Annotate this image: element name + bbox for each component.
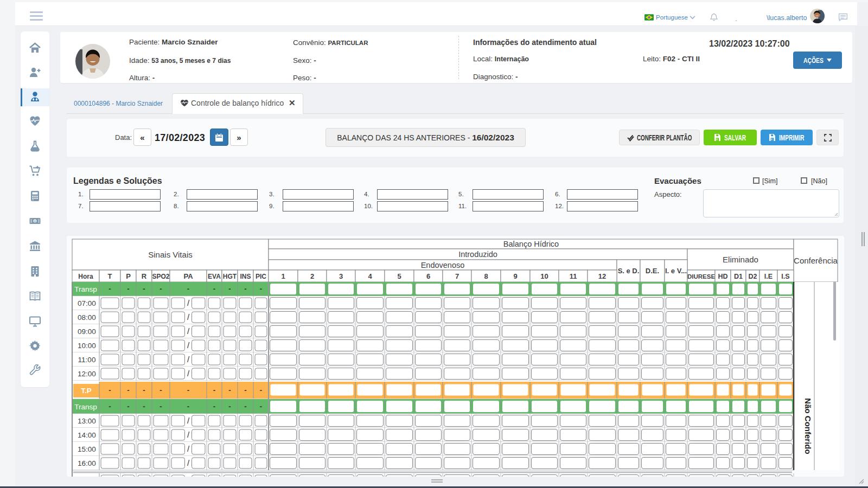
svg-text:I.S: I.S <box>781 273 789 280</box>
svg-text:Hora: Hora <box>78 273 93 280</box>
svg-text:7: 7 <box>455 272 459 280</box>
svg-text:R: R <box>142 272 147 280</box>
svg-text:11:00: 11:00 <box>78 356 96 364</box>
svg-text:T: T <box>108 272 112 280</box>
svg-text:Não Conferido: Não Conferido <box>803 398 813 454</box>
svg-text:S. e D.: S. e D. <box>618 267 640 275</box>
svg-text:-: - <box>260 285 262 293</box>
svg-text:-: - <box>127 402 129 410</box>
svg-text:07:00: 07:00 <box>78 299 96 307</box>
svg-text:Endovenoso: Endovenoso <box>421 261 465 269</box>
svg-text:D2: D2 <box>749 273 757 280</box>
svg-text:9: 9 <box>513 272 517 280</box>
svg-text:11: 11 <box>570 272 577 280</box>
svg-text:-: - <box>143 386 145 394</box>
svg-text:-: - <box>213 402 215 410</box>
svg-text:Conferência: Conferência <box>794 256 838 265</box>
svg-text:Eliminado: Eliminado <box>723 255 758 264</box>
svg-text:T.P: T.P <box>81 387 92 395</box>
svg-text:-: - <box>187 402 189 410</box>
svg-text:13:00: 13:00 <box>78 417 96 425</box>
svg-text:DIURESE: DIURESE <box>687 273 715 280</box>
svg-text:16:00: 16:00 <box>78 459 96 467</box>
svg-text:D.E.: D.E. <box>646 267 659 275</box>
svg-text:HD: HD <box>718 273 727 280</box>
svg-text:3: 3 <box>339 272 343 280</box>
svg-text:-: - <box>213 285 215 293</box>
svg-text:14:00: 14:00 <box>78 431 96 439</box>
svg-text:PIC: PIC <box>256 273 266 280</box>
svg-text:-: - <box>187 285 189 293</box>
svg-text:-: - <box>143 285 145 293</box>
svg-text:09:00: 09:00 <box>78 328 96 336</box>
svg-text:08:00: 08:00 <box>78 313 96 322</box>
svg-text:-: - <box>159 402 162 410</box>
svg-text:Introduzido: Introduzido <box>458 250 497 259</box>
svg-text:12:00: 12:00 <box>78 370 96 378</box>
svg-text:EVA: EVA <box>208 273 221 280</box>
svg-text:-: - <box>213 386 215 394</box>
svg-text:8: 8 <box>484 272 488 280</box>
svg-text:I.E: I.E <box>764 273 773 280</box>
svg-text:-: - <box>260 386 262 394</box>
svg-text:-: - <box>260 402 262 410</box>
svg-text:-: - <box>244 402 246 410</box>
svg-text:4: 4 <box>368 272 372 280</box>
svg-text:-: - <box>228 386 231 394</box>
svg-text:Transp: Transp <box>74 285 97 293</box>
svg-text:-: - <box>108 285 111 293</box>
svg-text:INS: INS <box>240 273 251 280</box>
svg-text:SPO2: SPO2 <box>152 273 169 280</box>
svg-text:2: 2 <box>310 272 314 280</box>
svg-text:D1: D1 <box>734 273 743 280</box>
svg-text:17:00: 17:00 <box>78 477 96 477</box>
svg-text:-: - <box>108 402 111 410</box>
svg-text:1: 1 <box>281 272 285 280</box>
svg-text:-: - <box>187 386 189 394</box>
svg-text:12: 12 <box>598 272 606 280</box>
svg-text:10: 10 <box>540 272 548 280</box>
svg-text:HGT: HGT <box>223 273 237 280</box>
svg-text:-: - <box>159 386 162 394</box>
svg-text:PA: PA <box>183 272 193 280</box>
svg-text:-: - <box>159 285 162 293</box>
svg-text:-: - <box>127 386 129 394</box>
svg-text:15:00: 15:00 <box>78 445 96 453</box>
svg-text:5: 5 <box>397 272 401 280</box>
svg-text:6: 6 <box>426 272 430 280</box>
svg-text:10:00: 10:00 <box>78 342 96 350</box>
svg-text:-: - <box>244 386 246 394</box>
svg-text:P: P <box>126 272 131 280</box>
svg-text:-: - <box>108 386 111 394</box>
svg-text:I. e V...: I. e V... <box>665 267 687 275</box>
svg-text:Balanço Hídrico: Balanço Hídrico <box>503 240 559 248</box>
svg-text:-: - <box>228 285 231 293</box>
svg-text:-: - <box>127 285 129 293</box>
svg-text:-: - <box>143 402 145 410</box>
svg-text:-: - <box>228 402 231 410</box>
svg-text:Transp: Transp <box>74 403 97 411</box>
svg-text:Sinais Vitais: Sinais Vitais <box>148 250 192 259</box>
svg-text:-: - <box>244 285 246 293</box>
